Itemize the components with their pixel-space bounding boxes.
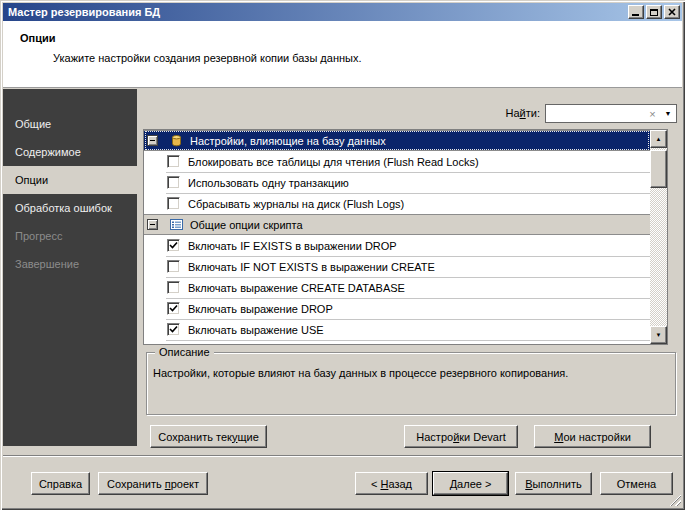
- checkbox-icon[interactable]: [167, 302, 180, 315]
- checkbox-icon[interactable]: [167, 323, 180, 336]
- scroll-up-icon[interactable]: ▲: [650, 130, 667, 148]
- vertical-scrollbar[interactable]: ▲ ▼: [650, 130, 667, 344]
- script-list-icon: [170, 218, 183, 231]
- close-button[interactable]: [664, 5, 680, 19]
- chevron-down-icon[interactable]: ▼: [660, 110, 676, 117]
- option-label: Блокировать все таблицы для чтения (Flus…: [188, 156, 479, 168]
- option-label: Включать выражение DROP: [188, 303, 333, 315]
- steps-sidebar: Общие Содержимое Опции Обработка ошибок …: [3, 89, 137, 446]
- collapse-minus-icon[interactable]: [147, 219, 158, 230]
- description-legend: Описание: [155, 346, 214, 359]
- option-label: Включать выражение CREATE DATABASE: [188, 282, 405, 294]
- maximize-button[interactable]: [646, 5, 662, 19]
- cancel-button[interactable]: Отмена: [600, 472, 673, 495]
- search-combobox[interactable]: × ▼: [545, 104, 677, 123]
- checkbox-icon[interactable]: [167, 344, 180, 345]
- option-label: Включать опцию CASCADE CONSTRAINTS: [188, 345, 411, 346]
- option-row-create-database[interactable]: Включать выражение CREATE DATABASE: [144, 277, 650, 298]
- checkbox-icon[interactable]: [167, 239, 180, 252]
- minus-glyph: [150, 224, 155, 225]
- page-title: Опции: [20, 32, 56, 44]
- minus-glyph: [150, 140, 155, 141]
- checkbox-icon[interactable]: [167, 260, 180, 273]
- checkbox-icon[interactable]: [167, 155, 180, 168]
- sidebar-item-error-handling[interactable]: Обработка ошибок: [3, 194, 137, 222]
- sidebar-item-progress: Прогресс: [3, 222, 137, 250]
- titlebar[interactable]: Мастер резервирования БД: [3, 3, 682, 21]
- titlebar-buttons: [626, 5, 680, 19]
- group-label: Общие опции скрипта: [190, 219, 303, 231]
- option-row-cascade-constraints[interactable]: Включать опцию CASCADE CONSTRAINTS: [144, 340, 650, 345]
- scrollbar-thumb[interactable]: [650, 150, 667, 188]
- minimize-icon: [632, 14, 639, 16]
- scroll-down-icon[interactable]: ▼: [650, 326, 667, 344]
- option-row-single-transaction[interactable]: Использовать одну транзакцию: [144, 172, 650, 193]
- clear-icon[interactable]: ×: [645, 108, 660, 120]
- option-label: Включать выражение USE: [188, 324, 324, 336]
- option-row-if-not-exists-create[interactable]: Включать IF NOT EXISTS в выражении CREAT…: [144, 256, 650, 277]
- my-settings-button[interactable]: Мои настройки: [534, 425, 651, 448]
- devart-settings-button[interactable]: Настройки Devart: [404, 425, 518, 448]
- option-row-if-exists-drop[interactable]: Включать IF EXISTS в выражении DROP: [144, 235, 650, 256]
- option-row-flush-read-locks[interactable]: Блокировать все таблицы для чтения (Flus…: [144, 151, 650, 172]
- option-row-drop-statement[interactable]: Включать выражение DROP: [144, 298, 650, 319]
- option-label: Включать IF NOT EXISTS в выражении CREAT…: [188, 261, 435, 273]
- description-text: Настройки, которые влияют на базу данных…: [147, 353, 675, 379]
- group-row-script-options[interactable]: Общие опции скрипта: [144, 214, 650, 235]
- close-icon: [668, 8, 676, 16]
- checkbox-icon[interactable]: [167, 281, 180, 294]
- sidebar-item-options[interactable]: Опции: [3, 166, 137, 194]
- search-label: Найти:: [430, 107, 540, 119]
- sidebar-item-finish: Завершение: [3, 250, 137, 278]
- checkbox-icon[interactable]: [167, 197, 180, 210]
- options-rows: Настройки, влияющие на базу данных Блоки…: [144, 130, 650, 345]
- option-label: Использовать одну транзакцию: [188, 177, 349, 189]
- save-current-button[interactable]: Сохранить текущие: [150, 425, 267, 448]
- wizard-window: Мастер резервирования БД Опции Укажите н…: [0, 0, 685, 510]
- option-label: Включать IF EXISTS в выражении DROP: [188, 240, 397, 252]
- window-title: Мастер резервирования БД: [8, 6, 160, 18]
- collapse-minus-icon[interactable]: [147, 135, 158, 146]
- search-input[interactable]: [546, 105, 645, 122]
- option-label: Сбрасывать журналы на диск (Flush Logs): [188, 198, 404, 210]
- sidebar-item-general[interactable]: Общие: [3, 110, 137, 138]
- database-icon: [170, 134, 183, 147]
- help-button[interactable]: Справка: [31, 472, 90, 495]
- footer-separator: [3, 455, 682, 457]
- wizard-header: Опции Укажите настройки создания резервн…: [3, 21, 682, 88]
- back-button[interactable]: < Назад: [355, 472, 428, 495]
- description-groupbox: Описание Настройки, которые влияют на ба…: [146, 352, 676, 415]
- option-row-flush-logs[interactable]: Сбрасывать журналы на диск (Flush Logs): [144, 193, 650, 214]
- page-subtitle: Укажите настройки создания резервной коп…: [53, 52, 362, 64]
- checkbox-icon[interactable]: [167, 176, 180, 189]
- minimize-button[interactable]: [628, 5, 644, 19]
- execute-button[interactable]: Выполнить: [515, 472, 592, 495]
- next-button[interactable]: Далее >: [433, 472, 508, 495]
- group-row-database-settings[interactable]: Настройки, влияющие на базу данных: [144, 130, 650, 151]
- maximize-icon: [650, 9, 658, 16]
- sidebar-item-content[interactable]: Содержимое: [3, 138, 137, 166]
- options-list: Настройки, влияющие на базу данных Блоки…: [143, 129, 668, 345]
- option-row-use-statement[interactable]: Включать выражение USE: [144, 319, 650, 340]
- group-label: Настройки, влияющие на базу данных: [190, 135, 386, 147]
- save-project-button[interactable]: Сохранить проект: [98, 472, 208, 495]
